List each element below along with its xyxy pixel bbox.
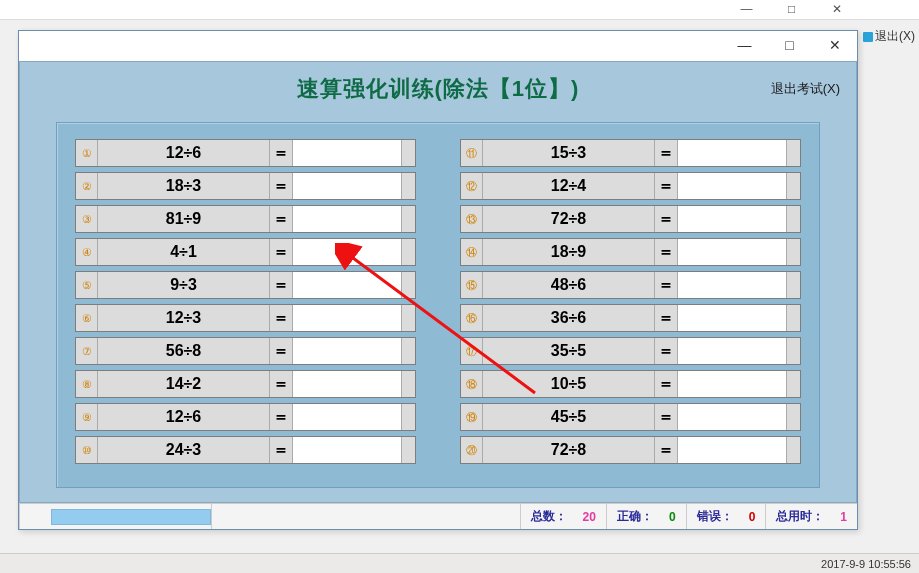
question-row: ⑱10÷5＝ bbox=[460, 370, 801, 398]
system-timestamp: 2017-9-9 10:55:56 bbox=[821, 558, 911, 570]
question-number: ⑪ bbox=[461, 140, 483, 166]
answer-input[interactable] bbox=[293, 404, 401, 430]
question-number: ⑲ bbox=[461, 404, 483, 430]
question-row: ⑨12÷6＝ bbox=[75, 403, 416, 431]
equals-sign: ＝ bbox=[654, 239, 678, 265]
correct-label: 正确： bbox=[617, 508, 653, 525]
answer-input[interactable] bbox=[678, 404, 786, 430]
answer-input[interactable] bbox=[678, 272, 786, 298]
close-button[interactable]: ✕ bbox=[812, 31, 857, 61]
parent-exit-button[interactable]: 退出(X) bbox=[863, 28, 915, 45]
question-row: ⑬72÷8＝ bbox=[460, 205, 801, 233]
question-row: ⑮48÷6＝ bbox=[460, 271, 801, 299]
answer-input[interactable] bbox=[293, 437, 401, 463]
question-number: ⑯ bbox=[461, 305, 483, 331]
row-cap bbox=[401, 173, 415, 199]
answer-input[interactable] bbox=[678, 239, 786, 265]
question-row: ⑤9÷3＝ bbox=[75, 271, 416, 299]
row-cap bbox=[786, 140, 800, 166]
question-row: ⑭18÷9＝ bbox=[460, 238, 801, 266]
answer-input[interactable] bbox=[678, 206, 786, 232]
question-number: ⑤ bbox=[76, 272, 98, 298]
row-cap bbox=[401, 437, 415, 463]
parent-minimize-button[interactable]: — bbox=[724, 0, 769, 20]
maximize-button[interactable]: □ bbox=[767, 31, 812, 61]
app-body: 速算强化训练(除法【1位】) 退出考试(X) ①12÷6＝②18÷3＝③81÷9… bbox=[19, 61, 857, 503]
exit-exam-button[interactable]: 退出考试(X) bbox=[771, 80, 840, 98]
total-label: 总数： bbox=[531, 508, 567, 525]
question-panel: ①12÷6＝②18÷3＝③81÷9＝④4÷1＝⑤9÷3＝⑥12÷3＝⑦56÷8＝… bbox=[56, 122, 820, 488]
equals-sign: ＝ bbox=[269, 404, 293, 430]
answer-input[interactable] bbox=[293, 371, 401, 397]
row-cap bbox=[786, 206, 800, 232]
status-time: 总用时： 1 bbox=[765, 504, 857, 529]
equals-sign: ＝ bbox=[269, 305, 293, 331]
row-cap bbox=[786, 173, 800, 199]
question-expression: 56÷8 bbox=[98, 338, 269, 364]
question-number: ⑦ bbox=[76, 338, 98, 364]
row-cap bbox=[401, 338, 415, 364]
answer-input[interactable] bbox=[678, 173, 786, 199]
question-column-right: ⑪15÷3＝⑫12÷4＝⑬72÷8＝⑭18÷9＝⑮48÷6＝⑯36÷6＝⑰35÷… bbox=[460, 139, 801, 464]
question-expression: 35÷5 bbox=[483, 338, 654, 364]
equals-sign: ＝ bbox=[269, 206, 293, 232]
question-row: ⑥12÷3＝ bbox=[75, 304, 416, 332]
row-cap bbox=[401, 272, 415, 298]
question-expression: 48÷6 bbox=[483, 272, 654, 298]
correct-value: 0 bbox=[653, 510, 676, 524]
question-expression: 10÷5 bbox=[483, 371, 654, 397]
question-row: ③81÷9＝ bbox=[75, 205, 416, 233]
question-number: ⑮ bbox=[461, 272, 483, 298]
wrong-value: 0 bbox=[733, 510, 756, 524]
question-row: ⑳72÷8＝ bbox=[460, 436, 801, 464]
question-expression: 72÷8 bbox=[483, 206, 654, 232]
app-title: 速算强化训练(除法【1位】) bbox=[20, 62, 856, 114]
question-expression: 12÷6 bbox=[98, 404, 269, 430]
equals-sign: ＝ bbox=[654, 371, 678, 397]
question-number: ⑧ bbox=[76, 371, 98, 397]
answer-input[interactable] bbox=[293, 206, 401, 232]
row-cap bbox=[786, 371, 800, 397]
exit-icon bbox=[863, 32, 873, 42]
parent-close-button[interactable]: ✕ bbox=[814, 0, 859, 20]
question-row: ⑩24÷3＝ bbox=[75, 436, 416, 464]
row-cap bbox=[401, 305, 415, 331]
question-row: ⑰35÷5＝ bbox=[460, 337, 801, 365]
row-cap bbox=[786, 239, 800, 265]
window-titlebar: — □ ✕ bbox=[19, 31, 857, 61]
answer-input[interactable] bbox=[293, 140, 401, 166]
question-expression: 18÷9 bbox=[483, 239, 654, 265]
answer-input[interactable] bbox=[293, 338, 401, 364]
answer-input[interactable] bbox=[293, 173, 401, 199]
minimize-button[interactable]: — bbox=[722, 31, 767, 61]
question-expression: 12÷6 bbox=[98, 140, 269, 166]
question-expression: 36÷6 bbox=[483, 305, 654, 331]
answer-input[interactable] bbox=[678, 371, 786, 397]
answer-input[interactable] bbox=[293, 239, 401, 265]
question-expression: 14÷2 bbox=[98, 371, 269, 397]
question-number: ③ bbox=[76, 206, 98, 232]
status-progress bbox=[51, 509, 211, 525]
equals-sign: ＝ bbox=[654, 338, 678, 364]
question-expression: 81÷9 bbox=[98, 206, 269, 232]
parent-maximize-button[interactable]: □ bbox=[769, 0, 814, 20]
question-number: ⑰ bbox=[461, 338, 483, 364]
status-stub bbox=[19, 504, 47, 529]
answer-input[interactable] bbox=[293, 305, 401, 331]
question-number: ⑬ bbox=[461, 206, 483, 232]
answer-input[interactable] bbox=[293, 272, 401, 298]
answer-input[interactable] bbox=[678, 140, 786, 166]
question-expression: 18÷3 bbox=[98, 173, 269, 199]
equals-sign: ＝ bbox=[269, 173, 293, 199]
answer-input[interactable] bbox=[678, 437, 786, 463]
question-number: ⑩ bbox=[76, 437, 98, 463]
row-cap bbox=[786, 338, 800, 364]
question-row: ⑦56÷8＝ bbox=[75, 337, 416, 365]
row-cap bbox=[786, 272, 800, 298]
question-expression: 45÷5 bbox=[483, 404, 654, 430]
status-correct: 正确： 0 bbox=[606, 504, 686, 529]
total-value: 20 bbox=[567, 510, 596, 524]
answer-input[interactable] bbox=[678, 338, 786, 364]
question-number: ⑱ bbox=[461, 371, 483, 397]
answer-input[interactable] bbox=[678, 305, 786, 331]
